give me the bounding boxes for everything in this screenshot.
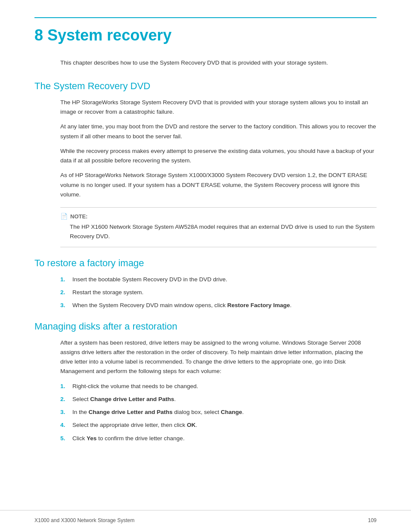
step-num-2: 2.: [60, 288, 68, 297]
managing-step-content-4: Select the appropriate drive letter, the…: [72, 420, 377, 430]
note-label: 📄 NOTE:: [60, 213, 377, 220]
step-content-3: When the System Recovery DVD main window…: [72, 301, 377, 310]
managing-step-content-2: Select Change drive Letter and Paths.: [72, 395, 377, 404]
managing-section-body: After a system has been restored, drive …: [60, 338, 377, 443]
managing-step-3: 3. In the Change drive Letter and Paths …: [60, 408, 377, 417]
managing-step-num-1: 1.: [60, 382, 68, 391]
managing-step-num-2: 2.: [60, 395, 68, 404]
managing-step-content-3: In the Change drive Letter and Paths dia…: [72, 408, 377, 417]
page-container: 8 System recovery This chapter describes…: [0, 0, 411, 532]
dvd-para-4: As of HP StorageWorks Network Storage Sy…: [60, 171, 377, 199]
ok-button-label: OK: [187, 422, 196, 428]
top-rule: [34, 17, 377, 18]
restore-step-3: 3. When the System Recovery DVD main win…: [60, 301, 377, 310]
note-box: 📄 NOTE: The HP X1600 Network Storage Sys…: [60, 207, 377, 247]
managing-steps-list: 1. Right-click the volume that needs to …: [60, 382, 377, 443]
note-label-text: NOTE:: [70, 213, 87, 220]
managing-step-4: 4. Select the appropriate drive letter, …: [60, 420, 377, 430]
note-text: The HP X1600 Network Storage System AW52…: [70, 222, 377, 242]
managing-step-5: 5. Click Yes to confirm the drive letter…: [60, 434, 377, 443]
step-content-1: Insert the bootable System Recovery DVD …: [72, 275, 377, 284]
change-drive-dialog-label: Change drive Letter and Paths: [89, 409, 173, 415]
managing-step-num-5: 5.: [60, 434, 68, 443]
note-icon: 📄: [60, 213, 68, 220]
section-title-managing: Managing disks after a restoration: [34, 321, 377, 332]
managing-step-num-3: 3.: [60, 408, 68, 417]
change-drive-letter-label: Change drive Letter and Paths: [90, 396, 174, 402]
footer-right: 109: [368, 517, 377, 523]
footer-left: X1000 and X3000 Network Storage System: [34, 517, 134, 523]
managing-step-content-5: Click Yes to confirm the drive letter ch…: [72, 434, 377, 443]
yes-button-label: Yes: [87, 435, 97, 442]
restore-steps-list: 1. Insert the bootable System Recovery D…: [60, 275, 377, 311]
intro-text: This chapter describes how to use the Sy…: [60, 58, 377, 68]
step-content-2: Restart the storage system.: [72, 288, 377, 297]
footer: X1000 and X3000 Network Storage System 1…: [34, 517, 377, 523]
restore-step-2: 2. Restart the storage system.: [60, 288, 377, 297]
managing-step-content-1: Right-click the volume that needs to be …: [72, 382, 377, 391]
step-num-3: 3.: [60, 301, 68, 310]
managing-intro: After a system has been restored, drive …: [60, 338, 377, 376]
restore-step-1: 1. Insert the bootable System Recovery D…: [60, 275, 377, 284]
section-title-dvd: The System Recovery DVD: [34, 81, 377, 92]
dvd-para-2: At any later time, you may boot from the…: [60, 122, 377, 141]
dvd-para-1: The HP StorageWorks Storage System Recov…: [60, 98, 377, 117]
restore-factory-image-label: Restore Factory Image: [227, 302, 290, 308]
managing-step-num-4: 4.: [60, 420, 68, 430]
managing-step-1: 1. Right-click the volume that needs to …: [60, 382, 377, 391]
footer-rule: [0, 510, 411, 510]
managing-step-2: 2. Select Change drive Letter and Paths.: [60, 395, 377, 404]
change-button-label: Change: [221, 409, 242, 415]
step-num-1: 1.: [60, 275, 68, 284]
chapter-title: 8 System recovery: [34, 26, 377, 44]
dvd-para-3: While the recovery process makes every a…: [60, 146, 377, 166]
section-title-restore: To restore a factory image: [34, 258, 377, 269]
section-body-dvd: The HP StorageWorks Storage System Recov…: [60, 98, 377, 247]
